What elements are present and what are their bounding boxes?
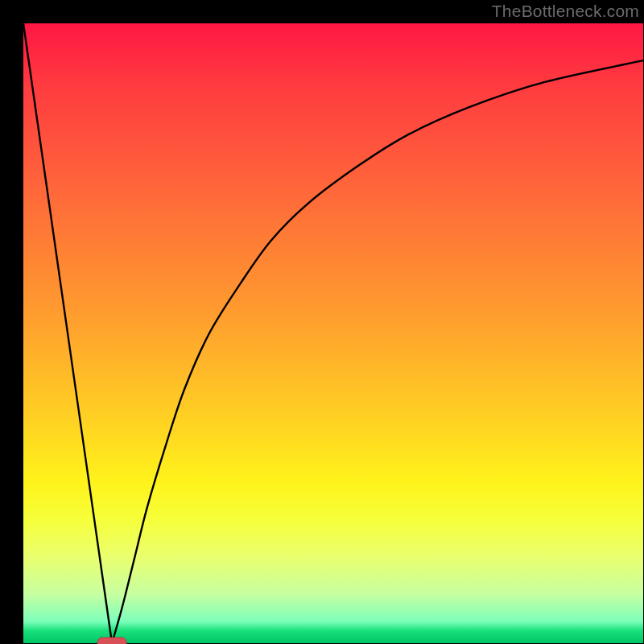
watermark-text: TheBottleneck.com (492, 2, 639, 21)
chart-frame: TheBottleneck.com (0, 0, 644, 644)
plot-area (23, 23, 643, 643)
